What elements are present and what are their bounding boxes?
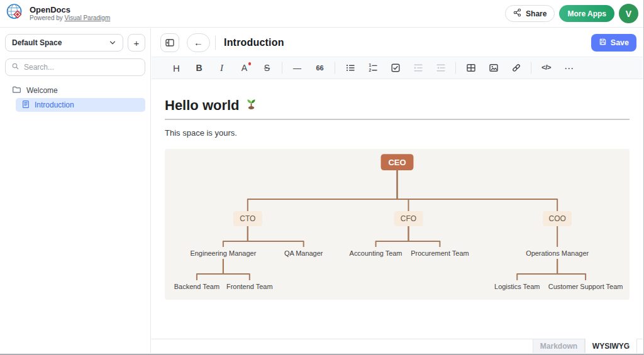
main-area: ← Introduction Save HBIAS—6612</>⋯ Hello… <box>152 28 643 353</box>
outdent-icon <box>436 63 446 73</box>
share-label: Share <box>526 9 547 18</box>
more-apps-button[interactable]: More Apps <box>559 5 614 22</box>
org-node-coo: COO <box>543 211 572 226</box>
share-button[interactable]: Share <box>505 5 555 22</box>
search-icon <box>11 62 19 73</box>
image-button[interactable] <box>485 60 502 76</box>
svg-text:CFO: CFO <box>401 214 416 223</box>
code-button[interactable]: </> <box>538 60 555 76</box>
table-icon <box>466 63 476 73</box>
org-edge-ops-cs <box>557 259 586 280</box>
table-button[interactable] <box>462 60 479 76</box>
task-list-icon <box>391 63 401 73</box>
org-edge-ops-log <box>517 259 557 280</box>
toolbar-divider <box>531 62 531 74</box>
org-edge-ceo-coo <box>397 170 558 211</box>
text-color-button[interactable]: A <box>236 60 253 76</box>
document-heading: Hello world <box>165 97 630 120</box>
link-icon <box>511 63 521 73</box>
blockquote-icon: 66 <box>316 65 323 72</box>
strikethrough-button[interactable]: S <box>258 60 275 76</box>
org-node-cfo: CFO <box>394 211 423 226</box>
space-name: Default Space <box>12 38 62 47</box>
tree-item-welcome[interactable]: Welcome <box>0 84 150 97</box>
outdent-button[interactable] <box>432 60 449 76</box>
org-chart-figure[interactable]: CEOCTOCFOCOOEngineering ManagerQA Manage… <box>165 149 630 300</box>
org-node-log: Logistics Team <box>494 283 540 290</box>
tab-markdown[interactable]: Markdown <box>533 339 585 353</box>
app-tagline: Powered by Visual Paradigm <box>30 14 110 22</box>
tree-item-label: Welcome <box>26 86 58 95</box>
search-box <box>5 58 145 76</box>
app-title-block: OpenDocs Powered by Visual Paradigm <box>30 5 110 22</box>
blockquote-button[interactable]: 66 <box>311 60 328 76</box>
org-edge-cfo-acct <box>376 226 409 247</box>
space-row: Default Space + <box>5 34 145 52</box>
toolbar-divider <box>455 62 456 74</box>
powered-by-text: Powered by <box>30 14 63 21</box>
format-toolbar: HBIAS—6612</>⋯ <box>152 57 643 79</box>
org-chart-svg: CEOCTOCFOCOOEngineering ManagerQA Manage… <box>165 149 630 300</box>
save-label: Save <box>611 38 629 47</box>
tree-item-introduction[interactable]: Introduction <box>16 98 145 112</box>
org-node-be: Backend Team <box>174 283 219 290</box>
task-list-button[interactable] <box>387 60 404 76</box>
heading-button[interactable]: H <box>168 60 185 76</box>
tab-wysiwyg[interactable]: WYSIWYG <box>585 339 637 353</box>
document-paragraph: This space is yours. <box>165 128 630 138</box>
add-space-button[interactable]: + <box>128 34 145 52</box>
toolbar-divider <box>335 62 335 74</box>
more-button[interactable]: ⋯ <box>560 60 577 76</box>
org-edge-ceo-cfo <box>397 170 409 211</box>
space-selector[interactable]: Default Space <box>5 34 123 52</box>
org-node-cs: Customer Support Team <box>548 283 623 290</box>
user-avatar[interactable]: V <box>619 4 638 23</box>
topbar-divider <box>215 36 216 50</box>
horizontal-rule-button[interactable]: — <box>289 60 306 76</box>
bold-button[interactable]: B <box>191 60 208 76</box>
more-icon: ⋯ <box>564 63 574 73</box>
save-button[interactable]: Save <box>591 34 636 52</box>
bullet-list-button[interactable] <box>341 60 358 76</box>
page-tree: Welcome Introduction <box>0 84 150 112</box>
svg-text:Backend Team: Backend Team <box>174 283 219 290</box>
svg-text:1: 1 <box>369 63 371 67</box>
share-icon <box>513 8 522 19</box>
svg-text:CTO: CTO <box>240 214 255 223</box>
save-icon <box>599 38 607 48</box>
app-logo-icon <box>6 3 25 24</box>
back-button[interactable]: ← <box>187 33 210 52</box>
document-topbar: ← Introduction Save <box>152 28 643 57</box>
page-title: Introduction <box>224 37 284 48</box>
text-color-icon: A <box>242 63 247 72</box>
visual-paradigm-link[interactable]: Visual Paradigm <box>65 14 111 21</box>
numbered-list-icon: 12 <box>368 63 378 73</box>
search-input[interactable] <box>24 63 139 72</box>
bold-icon: B <box>196 63 202 72</box>
heading-icon: H <box>173 63 180 73</box>
org-node-proc: Procurement Team <box>411 249 469 257</box>
sidebar: Default Space + <box>0 28 151 353</box>
svg-text:COO: COO <box>549 214 566 223</box>
header-actions: Share More Apps V <box>505 4 638 23</box>
app-header: OpenDocs Powered by Visual Paradigm Shar… <box>0 0 643 28</box>
svg-text:Procurement Team: Procurement Team <box>411 249 469 257</box>
indent-button[interactable] <box>409 60 426 76</box>
italic-icon: I <box>220 63 223 73</box>
toggle-sidebar-button[interactable] <box>160 33 179 52</box>
org-node-cto: CTO <box>233 211 262 226</box>
numbered-list-button[interactable]: 12 <box>364 60 381 76</box>
seedling-icon <box>245 97 258 114</box>
document-editor[interactable]: Hello world This space is yours. CEOCTOC… <box>152 79 643 339</box>
italic-button[interactable]: I <box>213 60 230 76</box>
svg-text:Frontend Team: Frontend Team <box>226 283 273 290</box>
link-button[interactable] <box>508 60 525 76</box>
heading-text: Hello world <box>165 97 240 114</box>
org-node-qa: QA Manager <box>284 249 323 257</box>
strikethrough-icon: S <box>264 63 270 72</box>
svg-text:2: 2 <box>369 68 371 72</box>
app-name: OpenDocs <box>30 5 110 14</box>
back-arrow-icon: ← <box>194 37 203 48</box>
svg-text:Operations Manager: Operations Manager <box>526 249 589 257</box>
org-edge-cto-eng <box>223 226 248 247</box>
